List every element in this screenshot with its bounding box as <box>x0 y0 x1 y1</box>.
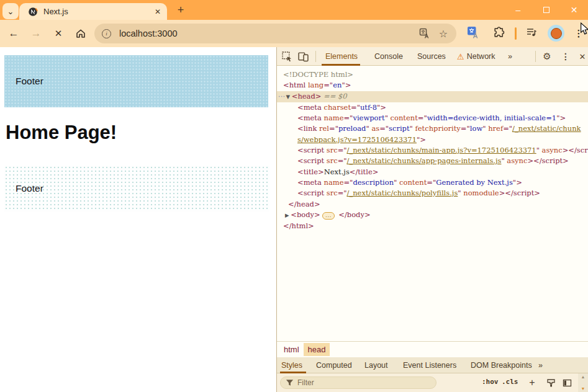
tab-close-icon[interactable]: ✕ <box>155 7 161 16</box>
tab-styles-label: Styles <box>281 361 302 370</box>
close-window-button[interactable]: ✕ <box>560 0 588 20</box>
tab-sources-label: Sources <box>417 52 446 61</box>
tab-network[interactable]: ⚠ Network <box>456 47 497 66</box>
puzzle-icon <box>493 26 506 39</box>
code-line[interactable]: ▶ <body>… </body> <box>277 210 588 221</box>
code-line[interactable]: <meta charset="utf-8"> <box>277 102 588 113</box>
translate-page-button[interactable] <box>419 28 430 39</box>
breadcrumb: html head <box>277 341 588 357</box>
chevron-double-right-icon: » <box>538 361 543 370</box>
code-line[interactable]: <html lang="en"> <box>277 80 588 91</box>
rendering-emulation-button[interactable] <box>545 377 556 388</box>
tab-computed-label: Computed <box>316 361 352 370</box>
toggle-hover-state-button[interactable]: :hov <box>482 378 499 386</box>
home-icon <box>75 28 86 39</box>
code-line[interactable]: <script src="/_next/static/chunks/main-a… <box>277 145 588 156</box>
tab-event-listeners-label: Event Listeners <box>403 361 456 370</box>
devtools-panel: Elements Console Sources ⚠ Network » ⚙ ⋮… <box>276 47 588 392</box>
back-button[interactable]: ← <box>6 26 21 41</box>
code-line[interactable]: <meta name="viewport" content="width=dev… <box>277 113 588 123</box>
styles-scrollbar[interactable]: ▲ ▼ <box>578 373 588 392</box>
code-line[interactable]: ⋯▼ <head> == $0 <box>277 91 588 102</box>
breadcrumb-html[interactable]: html <box>279 343 304 356</box>
new-style-rule-button[interactable]: + <box>527 377 538 388</box>
warning-icon: ⚠ <box>457 52 464 61</box>
inspect-element-button[interactable] <box>281 51 293 62</box>
forward-button[interactable]: → <box>29 26 43 41</box>
toolbar-separator <box>515 27 517 40</box>
browser-toolbar: ← → ✕ i localhost:3000 ☆ <box>0 20 588 47</box>
styles-filter-bar: Filter :hov .cls + ▲ ▼ <box>277 373 588 392</box>
scroll-up-icon[interactable]: ▲ <box>581 375 586 379</box>
avatar-basketball-image <box>551 28 562 39</box>
nextjs-favicon-icon <box>28 7 38 17</box>
footer-box-bottom: Footer <box>4 166 269 212</box>
sidebar-more-tabs-button[interactable]: » <box>538 357 543 373</box>
code-line[interactable]: <link rel="preload" as="script" fetchpri… <box>277 123 588 134</box>
url-text[interactable]: localhost:3000 <box>119 29 419 38</box>
media-playlist-button[interactable] <box>525 26 538 41</box>
devtools-toolbar: Elements Console Sources ⚠ Network » ⚙ ⋮… <box>277 47 588 66</box>
tab-console[interactable]: Console <box>373 47 404 66</box>
code-line[interactable]: </html> <box>277 221 588 231</box>
device-toolbar-button[interactable] <box>297 51 309 62</box>
maximize-button[interactable] <box>532 0 560 20</box>
code-line[interactable]: <title>Next.js</title> <box>277 167 588 177</box>
tab-dom-breakpoints[interactable]: DOM Breakpoints <box>471 357 532 373</box>
extensions-button[interactable] <box>493 26 506 42</box>
code-line[interactable]: <meta name="description" content="Genera… <box>277 177 588 188</box>
tab-console-label: Console <box>374 52 403 61</box>
browser-tab[interactable]: Next.js ✕ <box>19 3 167 20</box>
code-line[interactable]: <script src="/_next/static/chunks/app-pa… <box>277 156 588 166</box>
paint-brush-icon <box>546 378 556 388</box>
tab-sources[interactable]: Sources <box>416 47 447 66</box>
translate-extension-button[interactable] <box>467 26 480 42</box>
styles-sidebar-tabs: Styles Computed Layout Event Listeners D… <box>277 357 588 373</box>
tab-search-button[interactable]: ⌄ <box>2 3 19 19</box>
bookmark-button[interactable]: ☆ <box>439 28 448 40</box>
filter-placeholder: Filter <box>297 378 314 387</box>
devtools-close-button[interactable]: ✕ <box>576 50 588 63</box>
stop-button[interactable]: ✕ <box>51 26 66 41</box>
minimize-button[interactable]: – <box>504 0 532 20</box>
code-line[interactable]: <!DOCTYPE html> <box>277 69 588 80</box>
translate-extension-icon <box>467 26 480 39</box>
toolbar-divider-right <box>535 51 536 62</box>
tab-elements[interactable]: Elements <box>324 47 359 66</box>
tab-event-listeners[interactable]: Event Listeners <box>403 357 456 373</box>
footer-text-bottom: Footer <box>4 183 43 194</box>
tab-title: Next.js <box>43 7 155 16</box>
home-button[interactable] <box>73 26 88 41</box>
window-controls: – ✕ <box>504 0 588 20</box>
code-line[interactable]: s/webpack.js?v=1725106423371"> <box>277 135 588 145</box>
code-line[interactable]: <script src="/_next/static/chunks/polyfi… <box>277 188 588 198</box>
device-toolbar-icon <box>298 51 309 62</box>
title-bar: ⌄ Next.js ✕ + – ✕ <box>0 0 588 20</box>
tab-computed[interactable]: Computed <box>316 357 352 373</box>
tab-layout-label: Layout <box>364 361 388 370</box>
breadcrumb-head[interactable]: head <box>304 343 330 356</box>
devtools-menu-button[interactable]: ⋮ <box>559 50 572 63</box>
styles-filter-input[interactable]: Filter <box>280 376 436 389</box>
site-info-icon[interactable]: i <box>102 29 111 38</box>
chevron-double-right-icon: » <box>508 52 512 61</box>
mouse-cursor <box>580 22 588 35</box>
toolbar-divider <box>315 51 316 62</box>
filter-funnel-icon <box>286 379 294 386</box>
address-bar[interactable]: i localhost:3000 ☆ <box>94 24 456 43</box>
dock-panel-button[interactable] <box>561 377 572 388</box>
playlist-icon <box>525 26 538 38</box>
toggle-class-button[interactable]: .cls <box>502 378 518 386</box>
profile-avatar[interactable] <box>548 25 564 42</box>
inspect-cursor-icon <box>282 51 292 62</box>
code-line[interactable]: </head> <box>277 199 588 210</box>
tab-layout[interactable]: Layout <box>364 357 388 373</box>
tab-network-label: Network <box>467 52 495 61</box>
tab-elements-label: Elements <box>325 52 358 61</box>
maximize-icon <box>543 7 550 13</box>
devtools-settings-button[interactable]: ⚙ <box>541 50 553 63</box>
scroll-down-icon[interactable]: ▼ <box>581 386 586 391</box>
more-tabs-button[interactable]: » <box>507 47 513 66</box>
tab-dom-breakpoints-label: DOM Breakpoints <box>471 361 532 370</box>
new-tab-button[interactable]: + <box>173 2 188 17</box>
